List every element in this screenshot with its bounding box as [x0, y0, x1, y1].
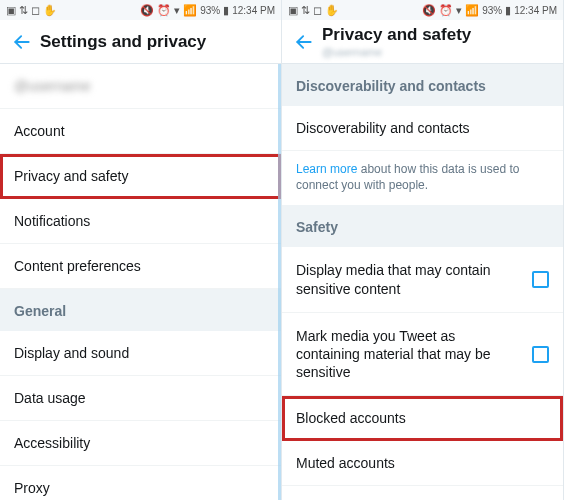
back-arrow-icon[interactable] [294, 32, 322, 52]
checkbox-mark[interactable] [532, 346, 549, 363]
alarm-icon: ⏰ [157, 4, 171, 17]
item-blocked-accounts[interactable]: Blocked accounts [282, 396, 563, 441]
notification-icon: ▣ [6, 4, 16, 17]
section-general: General [0, 289, 281, 331]
status-right: 🔇 ⏰ ▾ 📶 93% ▮ 12:34 PM [422, 4, 557, 17]
signal-icon: 📶 [465, 4, 479, 17]
item-label: Data usage [14, 390, 267, 406]
item-notifications[interactable]: Notifications [0, 199, 281, 244]
mute-icon: 🔇 [422, 4, 436, 17]
privacy-list: Discoverability and contacts Discoverabi… [282, 64, 563, 500]
item-label: Blocked accounts [296, 410, 549, 426]
item-account[interactable]: Account [0, 109, 281, 154]
app-header: Privacy and safety @username [282, 20, 563, 64]
item-label: Discoverability and contacts [296, 120, 549, 136]
screen-privacy-safety: ▣ ⇅ ◻ ✋ 🔇 ⏰ ▾ 📶 93% ▮ 12:34 PM Privacy a… [282, 0, 564, 500]
status-left: ▣ ⇅ ◻ ✋ [288, 4, 339, 17]
checkbox-sensitive[interactable] [532, 271, 549, 288]
wifi-icon: ▾ [174, 4, 180, 17]
status-right: 🔇 ⏰ ▾ 📶 93% ▮ 12:34 PM [140, 4, 275, 17]
battery-percent: 93% [482, 5, 502, 16]
screen-settings: ▣ ⇅ ◻ ✋ 🔇 ⏰ ▾ 📶 93% ▮ 12:34 PM Settings … [0, 0, 282, 500]
status-left: ▣ ⇅ ◻ ✋ [6, 4, 57, 17]
battery-percent: 93% [200, 5, 220, 16]
cast-icon: ◻ [313, 4, 322, 17]
item-discoverability-contacts[interactable]: Discoverability and contacts [282, 106, 563, 151]
sync-icon: ⇅ [301, 4, 310, 17]
battery-icon: ▮ [505, 4, 511, 17]
item-label: Display media that may contain sensitive… [296, 261, 522, 297]
item-label: Muted accounts [296, 455, 549, 471]
status-bar: ▣ ⇅ ◻ ✋ 🔇 ⏰ ▾ 📶 93% ▮ 12:34 PM [282, 0, 563, 20]
status-bar: ▣ ⇅ ◻ ✋ 🔇 ⏰ ▾ 📶 93% ▮ 12:34 PM [0, 0, 281, 20]
notification-icon: ▣ [288, 4, 298, 17]
header-subtitle-blurred: @username [322, 46, 471, 58]
settings-list: @username Account Privacy and safety Not… [0, 64, 281, 500]
hand-icon: ✋ [43, 4, 57, 17]
back-arrow-icon[interactable] [12, 32, 40, 52]
scroll-indicator [278, 64, 281, 500]
item-display-and-sound[interactable]: Display and sound [0, 331, 281, 376]
item-label: Privacy and safety [14, 168, 267, 184]
item-label: Accessibility [14, 435, 267, 451]
item-label: Display and sound [14, 345, 267, 361]
username-row: @username [0, 64, 281, 109]
item-label: Mark media you Tweet as containing mater… [296, 327, 522, 382]
item-muted-words[interactable]: Muted words [282, 486, 563, 500]
username-blurred: @username [14, 78, 90, 94]
item-label: Notifications [14, 213, 267, 229]
item-mark-sensitive[interactable]: Mark media you Tweet as containing mater… [282, 313, 563, 397]
item-data-usage[interactable]: Data usage [0, 376, 281, 421]
item-display-sensitive[interactable]: Display media that may contain sensitive… [282, 247, 563, 312]
battery-icon: ▮ [223, 4, 229, 17]
signal-icon: 📶 [183, 4, 197, 17]
item-privacy-and-safety[interactable]: Privacy and safety [0, 154, 281, 199]
item-label: Content preferences [14, 258, 267, 274]
clock: 12:34 PM [514, 5, 557, 16]
clock: 12:34 PM [232, 5, 275, 16]
wifi-icon: ▾ [456, 4, 462, 17]
item-accessibility[interactable]: Accessibility [0, 421, 281, 466]
app-header: Settings and privacy [0, 20, 281, 64]
learn-more-link[interactable]: Learn more [296, 162, 357, 176]
item-proxy[interactable]: Proxy [0, 466, 281, 500]
discover-description: Learn more about how this data is used t… [282, 151, 563, 205]
section-discoverability: Discoverability and contacts [282, 64, 563, 106]
cast-icon: ◻ [31, 4, 40, 17]
item-content-preferences[interactable]: Content preferences [0, 244, 281, 289]
hand-icon: ✋ [325, 4, 339, 17]
section-safety: Safety [282, 205, 563, 247]
item-muted-accounts[interactable]: Muted accounts [282, 441, 563, 486]
page-title: Settings and privacy [40, 32, 206, 52]
page-title: Privacy and safety [322, 25, 471, 45]
item-label: Account [14, 123, 267, 139]
sync-icon: ⇅ [19, 4, 28, 17]
alarm-icon: ⏰ [439, 4, 453, 17]
mute-icon: 🔇 [140, 4, 154, 17]
item-label: Proxy [14, 480, 267, 496]
